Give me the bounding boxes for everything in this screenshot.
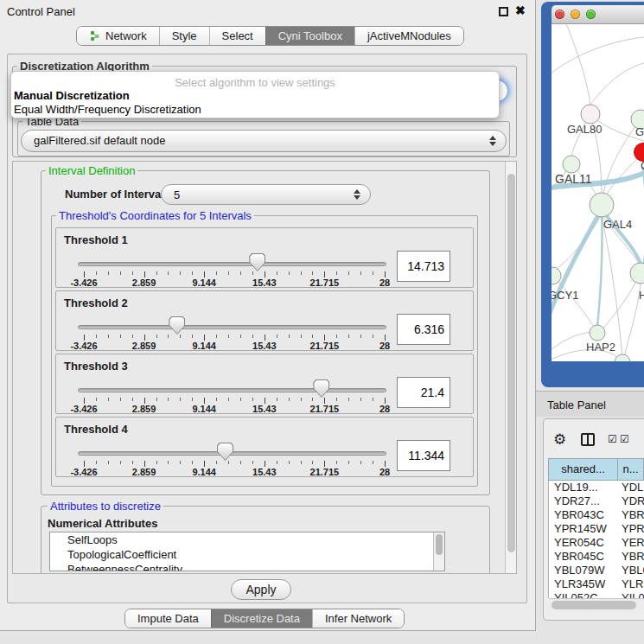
table-cell: YDR27... (549, 494, 618, 508)
list-item[interactable]: BetweennessCentrality (50, 562, 444, 571)
tab-discretize-data[interactable]: Discretize Data (211, 609, 312, 628)
node-gal11[interactable] (563, 156, 580, 173)
dropdown-option-manual-discretization[interactable]: Manual Discretization (14, 89, 498, 102)
tab-network[interactable]: Network (77, 27, 159, 45)
tab-select[interactable]: Select (209, 27, 265, 45)
table-row[interactable]: YDL19...YDL1... (549, 481, 644, 494)
threshold-label: Threshold 3 (64, 360, 128, 373)
algorithm-dropdown-popup: Select algorithm to view settings Manual… (10, 71, 500, 118)
tab-impute-data[interactable]: Impute Data (125, 609, 211, 628)
node-partial-bottom[interactable] (615, 354, 630, 361)
node-gal80[interactable] (581, 105, 600, 124)
node-hap2[interactable] (590, 325, 605, 341)
network-canvas[interactable]: GAL80 GA C GAL11 GAL4 GCY1 H HAP2 (552, 24, 644, 361)
slider-track[interactable] (78, 388, 386, 392)
threshold-value-field[interactable]: 6.316 (397, 314, 450, 345)
numerical-attributes-list[interactable]: SelfLoopsTopologicalCoefficientBetweenne… (49, 532, 445, 571)
slider-track[interactable] (78, 325, 386, 329)
table-data-combobox[interactable]: galFiltered.sif default node (21, 130, 507, 152)
close-icon[interactable]: ✖ (515, 3, 526, 17)
scrollbar-thumb[interactable] (507, 174, 515, 552)
window-title: Control Panel (7, 5, 75, 18)
checkbox-icon[interactable]: ☑ (620, 433, 629, 445)
table-panel-title: Table Panel (547, 399, 606, 411)
list-scrollbar[interactable] (433, 532, 444, 571)
slider-thumb[interactable] (249, 253, 265, 271)
group-title: Attributes to discretize (48, 500, 163, 513)
scrollbar-thumb[interactable] (436, 534, 443, 555)
list-item[interactable]: SelfLoops (50, 532, 444, 547)
table-cell: YPR1... (618, 522, 644, 536)
node-gal4[interactable] (590, 193, 614, 217)
table-row[interactable]: YBR045CYBR0... (549, 550, 644, 564)
node-label: GA (635, 125, 644, 138)
vertical-scrollbar[interactable] (505, 162, 517, 573)
table-row[interactable]: YBR043CYBR0... (549, 508, 644, 522)
tab-label: Impute Data (137, 609, 199, 628)
table-body: YDL19...YDL1...YDR27...YDR2...YBR043CYBR… (548, 481, 644, 598)
control-panel-titlebar: Control Panel ✖ (0, 0, 536, 22)
table-cell: YDR2... (618, 494, 644, 508)
threshold-label: Threshold 2 (64, 296, 128, 309)
numerical-attributes-label: Numerical Attributes (48, 517, 157, 530)
table-row[interactable]: YER054CYER0... (549, 536, 644, 550)
table-cell: YBR0... (618, 508, 644, 522)
table-cell: YIL052C (549, 591, 618, 598)
node-label: GAL11 (555, 172, 592, 186)
checkbox-icon[interactable]: ☑ (608, 433, 617, 445)
tab-style[interactable]: Style (159, 27, 209, 45)
threshold-value-field[interactable]: 14.713 (397, 251, 450, 282)
network-window-titlebar[interactable] (552, 5, 644, 24)
traffic-light-close-icon[interactable] (555, 10, 564, 19)
node-gcy1[interactable] (552, 267, 561, 284)
table-cell: YBR0... (618, 550, 644, 564)
table-row[interactable]: YDR27...YDR2... (549, 494, 644, 508)
threshold-value-field[interactable]: 11.344 (397, 440, 450, 471)
number-of-intervals-combobox[interactable]: 5 (161, 184, 371, 205)
table-cell: YBL0... (618, 564, 644, 577)
tab-label: Style (172, 27, 197, 46)
table-row[interactable]: YIL052CYIL0... (549, 591, 644, 598)
table-row[interactable]: YBL079WYBL0... (549, 564, 644, 577)
table-cell: YBR043C (549, 508, 618, 522)
settings-scroll-viewport: Interval Definition Number of Intervals … (12, 161, 517, 574)
table-cell: YBL079W (549, 564, 618, 577)
apply-button[interactable]: Apply (231, 579, 291, 600)
gear-icon[interactable]: ⚙ (553, 430, 566, 449)
node-label: C (641, 159, 644, 172)
column-header-shared[interactable]: shared... (549, 459, 618, 480)
node-partial-right[interactable] (630, 263, 644, 284)
network-graph: GAL80 GA C GAL11 GAL4 GCY1 H HAP2 (552, 24, 644, 361)
tab-label: Network (105, 27, 147, 46)
traffic-light-zoom-icon[interactable] (586, 10, 596, 19)
table-row[interactable]: YPR145WYPR1... (549, 522, 644, 536)
float-icon[interactable] (499, 7, 508, 16)
combo-arrows-icon (354, 189, 360, 200)
table-row[interactable]: YLR345WYLR3... (549, 577, 644, 591)
tab-infer-network[interactable]: Infer Network (312, 609, 404, 628)
horizontal-scrollbar[interactable] (549, 598, 644, 610)
dropdown-placeholder: Select algorithm to view settings (11, 76, 499, 89)
node-label: HAP2 (586, 341, 615, 354)
split-columns-icon[interactable] (581, 433, 595, 446)
combo-arrows-icon (489, 136, 496, 146)
scrollbar-thumb[interactable] (552, 601, 636, 609)
slider-thumb[interactable] (313, 379, 329, 398)
column-header-name[interactable]: n... (618, 459, 643, 480)
tab-cyni-toolbox[interactable]: Cyni Toolbox (265, 27, 354, 45)
threshold-label: Threshold 1 (64, 233, 128, 246)
tab-label: Discretize Data (224, 609, 300, 628)
list-item[interactable]: TopologicalCoefficient (50, 547, 444, 562)
control-panel-window: Control Panel ✖ Network Style Select Cyn… (0, 0, 536, 631)
threshold-label: Threshold 4 (64, 423, 128, 436)
traffic-light-minimize-icon[interactable] (571, 10, 580, 19)
slider-thumb[interactable] (217, 443, 233, 461)
tab-jactivemnodules[interactable]: jActiveMNodules (354, 27, 463, 45)
dropdown-option-equal-width-frequency[interactable]: Equal Width/Frequency Discretization (14, 103, 498, 116)
slider-track[interactable] (78, 262, 386, 266)
list-items: SelfLoopsTopologicalCoefficientBetweenne… (50, 532, 444, 571)
slider-thumb[interactable] (169, 316, 185, 335)
combo-value: galFiltered.sif default node (34, 134, 165, 147)
threshold-value-field[interactable]: 21.4 (397, 377, 450, 408)
table-cell: YLR3... (618, 577, 644, 591)
